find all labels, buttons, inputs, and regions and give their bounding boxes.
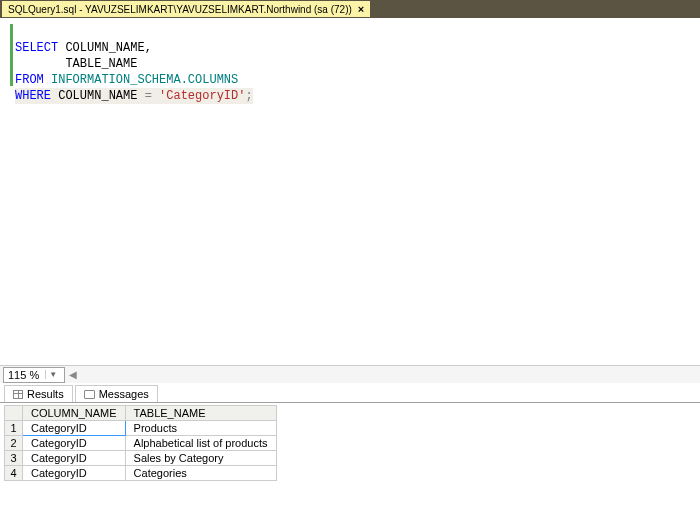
results-grid-area: COLUMN_NAME TABLE_NAME 1 CategoryID Prod… xyxy=(0,403,700,513)
zoom-select[interactable]: 115 % ▼ xyxy=(3,367,65,383)
tab-messages[interactable]: Messages xyxy=(75,385,158,402)
scroll-left-icon[interactable]: ◀ xyxy=(69,369,77,380)
table-row: 2 CategoryID Alphabetical list of produc… xyxy=(5,436,277,451)
results-tab-bar: Results Messages xyxy=(0,383,700,403)
cell[interactable]: CategoryID xyxy=(23,436,126,451)
results-table[interactable]: COLUMN_NAME TABLE_NAME 1 CategoryID Prod… xyxy=(4,405,277,481)
row-number[interactable]: 4 xyxy=(5,466,23,481)
document-tab-bar: SQLQuery1.sql - YAVUZSELIMKART\YAVUZSELI… xyxy=(0,0,700,18)
row-number[interactable]: 1 xyxy=(5,421,23,436)
table-row: 1 CategoryID Products xyxy=(5,421,277,436)
zoom-bar: 115 % ▼ ◀ xyxy=(0,365,700,383)
sql-editor[interactable]: SELECT COLUMN_NAME, TABLE_NAME FROM INFO… xyxy=(0,18,700,365)
cell[interactable]: CategoryID xyxy=(23,466,126,481)
cell[interactable]: Products xyxy=(125,421,276,436)
tab-title: SQLQuery1.sql - YAVUZSELIMKART\YAVUZSELI… xyxy=(8,4,352,15)
tab-results[interactable]: Results xyxy=(4,385,73,402)
close-icon[interactable]: × xyxy=(358,3,364,15)
row-number[interactable]: 2 xyxy=(5,436,23,451)
cell[interactable]: CategoryID xyxy=(23,421,126,436)
change-marker xyxy=(10,24,13,86)
document-tab[interactable]: SQLQuery1.sql - YAVUZSELIMKART\YAVUZSELI… xyxy=(2,1,370,17)
cell[interactable]: Alphabetical list of products xyxy=(125,436,276,451)
cell[interactable]: Sales by Category xyxy=(125,451,276,466)
chevron-down-icon[interactable]: ▼ xyxy=(45,370,60,379)
grid-icon xyxy=(13,390,23,399)
message-icon xyxy=(84,390,95,399)
table-row: 4 CategoryID Categories xyxy=(5,466,277,481)
cell[interactable]: CategoryID xyxy=(23,451,126,466)
table-row: 3 CategoryID Sales by Category xyxy=(5,451,277,466)
row-number[interactable]: 3 xyxy=(5,451,23,466)
cell[interactable]: Categories xyxy=(125,466,276,481)
column-header[interactable]: COLUMN_NAME xyxy=(23,406,126,421)
zoom-level: 115 % xyxy=(8,369,39,381)
code-text: SELECT COLUMN_NAME, TABLE_NAME FROM INFO… xyxy=(15,24,253,365)
column-header[interactable]: TABLE_NAME xyxy=(125,406,276,421)
corner-cell[interactable] xyxy=(5,406,23,421)
